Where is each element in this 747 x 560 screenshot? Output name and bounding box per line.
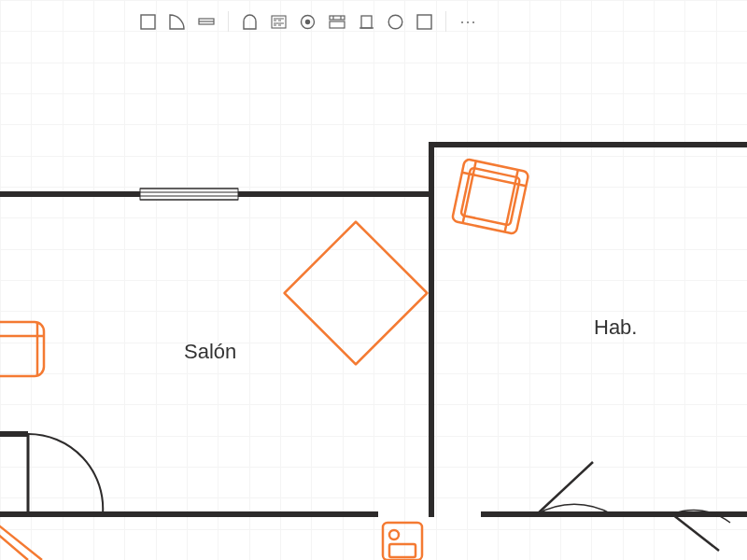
rect-tool-icon[interactable] [416, 14, 432, 30]
svg-rect-7 [330, 21, 345, 28]
svg-rect-22 [140, 189, 238, 200]
svg-rect-33 [285, 222, 428, 365]
corner-item[interactable] [0, 523, 42, 560]
svg-rect-3 [272, 16, 286, 28]
floorplan-drawing[interactable] [0, 0, 747, 560]
svg-point-12 [388, 15, 402, 29]
toolbar-separator [445, 11, 446, 32]
svg-rect-10 [361, 16, 372, 28]
door-tool-icon[interactable] [359, 14, 374, 29]
floor-tool-icon[interactable] [198, 16, 215, 27]
svg-rect-6 [330, 16, 345, 20]
wall-tool-icon[interactable] [140, 14, 156, 30]
more-tools-button[interactable]: ⋯ [459, 11, 478, 32]
window-tool-icon[interactable] [329, 15, 345, 29]
svg-rect-0 [141, 15, 155, 29]
toolbar: ⋯ [140, 6, 478, 37]
svg-rect-41 [389, 544, 416, 557]
svg-rect-13 [417, 15, 431, 29]
circle-tool-icon[interactable] [388, 14, 403, 30]
target-tool-icon[interactable] [300, 14, 316, 30]
svg-line-28 [537, 462, 593, 514]
svg-point-40 [389, 530, 399, 539]
svg-line-29 [672, 514, 719, 551]
toolbar-separator [228, 11, 229, 32]
corner-tool-icon[interactable] [169, 14, 185, 30]
room-label-hab[interactable]: Hab. [594, 315, 637, 340]
room-label-salon[interactable]: Salón [184, 340, 236, 364]
armchair-furniture[interactable] [452, 159, 529, 234]
arch-tool-icon[interactable] [242, 14, 258, 30]
appliance-furniture[interactable] [383, 523, 422, 560]
svg-point-5 [306, 20, 310, 23]
chair-furniture[interactable] [0, 322, 44, 376]
rug-furniture[interactable] [285, 222, 428, 365]
kitchen-tool-icon[interactable] [271, 15, 287, 29]
